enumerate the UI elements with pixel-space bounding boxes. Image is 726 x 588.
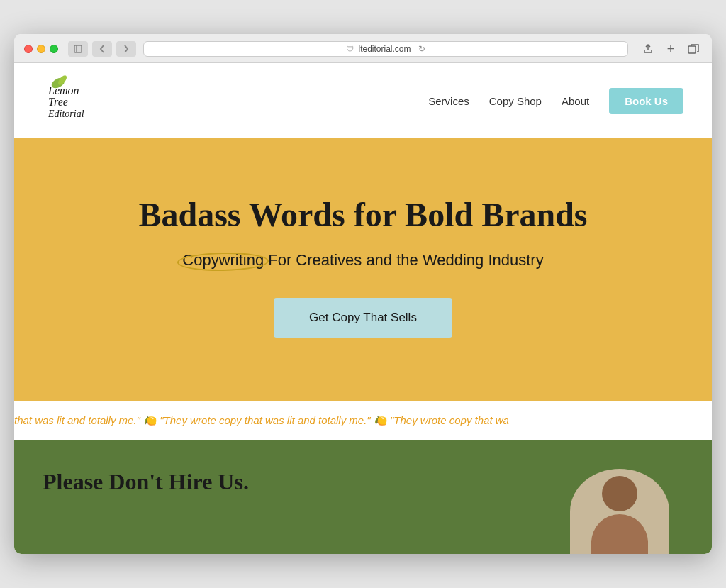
subtitle-highlight-text: Copywriting: [182, 251, 264, 269]
close-button[interactable]: [24, 45, 33, 53]
nav-about[interactable]: About: [562, 95, 589, 107]
book-us-button[interactable]: Book Us: [609, 88, 683, 114]
share-button[interactable]: [640, 41, 657, 57]
browser-nav: [68, 41, 136, 57]
add-tab-button[interactable]: +: [662, 41, 679, 57]
logo-area: Lemon Tree Editorial: [43, 74, 113, 127]
sidebar-toggle[interactable]: [68, 41, 88, 57]
ticker-bar: that was lit and totally me." 🍋 "They wr…: [14, 401, 712, 440]
svg-text:Lemon: Lemon: [48, 84, 79, 96]
browser-window: 🛡 lteditorial.com ↻ +: [14, 34, 712, 554]
copywriting-highlight: Copywriting: [182, 251, 264, 270]
shield-icon: 🛡: [346, 45, 354, 53]
nav-links: Services Copy Shop About Book Us: [428, 88, 683, 114]
nav-copy-shop[interactable]: Copy Shop: [489, 95, 542, 107]
back-button[interactable]: [92, 41, 112, 57]
site-header: Lemon Tree Editorial Services Copy Shop …: [14, 63, 712, 138]
hero-section: Badass Words for Bold Brands Copywriting…: [14, 138, 712, 401]
person-body: [591, 514, 648, 554]
nav-services[interactable]: Services: [428, 95, 469, 107]
hero-cta-button[interactable]: Get Copy That Sells: [274, 298, 452, 338]
browser-actions: +: [640, 41, 702, 57]
minimize-button[interactable]: [37, 45, 45, 53]
section-heading: Please Don't Hire Us.: [43, 469, 249, 509]
tabs-button[interactable]: [685, 41, 702, 57]
svg-rect-0: [74, 45, 82, 52]
person-head: [602, 476, 637, 511]
svg-rect-2: [688, 46, 696, 53]
reload-icon: ↻: [418, 44, 425, 54]
person-image: [570, 469, 669, 554]
traffic-lights: [24, 45, 58, 53]
forward-button[interactable]: [116, 41, 136, 57]
svg-text:Tree: Tree: [48, 96, 68, 108]
ticker-content: that was lit and totally me." 🍋 "They wr…: [14, 414, 712, 427]
subtitle-rest-text: For Creatives and the Wedding Industry: [268, 251, 543, 270]
browser-chrome: 🛡 lteditorial.com ↻ +: [14, 34, 712, 63]
address-bar[interactable]: 🛡 lteditorial.com ↻: [143, 41, 628, 57]
website-content: Lemon Tree Editorial Services Copy Shop …: [14, 63, 712, 554]
hero-subtitle: Copywriting For Creatives and the Weddin…: [182, 251, 543, 270]
url-text: lteditorial.com: [358, 44, 411, 54]
green-section: Please Don't Hire Us.: [14, 440, 712, 554]
maximize-button[interactable]: [50, 45, 58, 53]
logo-svg: Lemon Tree Editorial: [43, 74, 113, 124]
svg-text:Editorial: Editorial: [48, 109, 84, 119]
hero-title: Badass Words for Bold Brands: [138, 195, 587, 234]
